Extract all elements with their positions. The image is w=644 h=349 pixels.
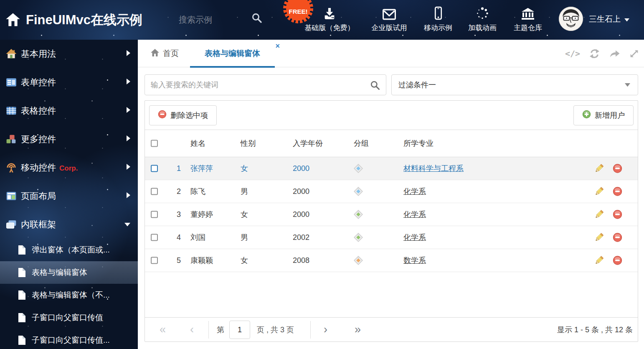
major-link[interactable]: 数学系	[403, 255, 426, 265]
sidebar-item-page-layout[interactable]: 页面布局	[0, 182, 138, 210]
table-row[interactable]: 3 董婷婷 女 2000 化学系	[145, 203, 638, 226]
sidebar-subitem-grid-edit-window-2[interactable]: 表格与编辑窗体（不...	[0, 284, 138, 306]
edit-icon[interactable]	[594, 210, 604, 219]
table-row[interactable]: 1 张萍萍 女 2000 材料科学与工程系	[145, 157, 638, 180]
sidebar-subitem-child-to-parent-2[interactable]: 子窗口向父窗口传值...	[0, 329, 138, 349]
major-link[interactable]: 化学系	[403, 209, 426, 219]
nav-label: 主题仓库	[514, 23, 542, 33]
user-name: 三生石上	[589, 14, 621, 25]
grid-toolbar: 删除选中项 新增用户	[145, 101, 638, 130]
select-all-checkbox[interactable]	[151, 140, 158, 147]
cell-gender: 女	[241, 163, 248, 173]
sidebar-item-form-controls[interactable]: 表单控件	[0, 68, 138, 97]
tab-home[interactable]: 首页	[150, 40, 179, 67]
cell-year: 2008	[293, 256, 309, 265]
download-icon	[323, 6, 337, 20]
tag-icon	[354, 187, 363, 196]
table-row[interactable]: 4 刘国 男 2002 化学系	[145, 226, 638, 249]
source-code-icon[interactable]: </>	[565, 48, 580, 59]
sidebar-item-label: 表格控件	[21, 105, 56, 117]
edit-icon[interactable]	[594, 164, 604, 173]
user-menu[interactable]: 三生石上	[589, 14, 629, 25]
header-nav-mobile-demos[interactable]: 移动示例	[424, 6, 452, 33]
header-nav-basic-edition[interactable]: 基础版（免费）	[305, 6, 355, 33]
sidebar-item-mobile-controls[interactable]: 移动控件Corp.	[0, 153, 138, 182]
row-checkbox[interactable]	[151, 257, 158, 264]
sidebar-subitem-label: 表格与编辑窗体（不...	[32, 290, 110, 301]
user-avatar[interactable]	[559, 7, 583, 31]
search-icon[interactable]	[370, 80, 380, 90]
delete-icon[interactable]	[613, 210, 622, 219]
close-icon[interactable]: ×	[275, 42, 280, 50]
sidebar-item-label: 更多控件	[21, 133, 56, 145]
expand-icon[interactable]	[629, 49, 639, 59]
nav-label: 企业版试用	[372, 23, 407, 33]
delete-selected-button[interactable]: 删除选中项	[149, 105, 217, 125]
column-header-year[interactable]: 入学年份	[293, 138, 323, 148]
table-icon	[6, 105, 17, 116]
corp-badge: Corp.	[59, 164, 78, 172]
edit-icon[interactable]	[594, 256, 604, 265]
row-index: 4	[169, 233, 181, 242]
column-header-group[interactable]: 分组	[354, 138, 369, 148]
tag-icon	[354, 164, 363, 173]
major-link[interactable]: 材料科学与工程系	[403, 163, 464, 173]
delete-icon[interactable]	[613, 256, 622, 265]
sidebar-item-more-controls[interactable]: 更多控件	[0, 125, 138, 153]
cell-name: 董婷婷	[190, 209, 213, 219]
cell-gender: 男	[241, 186, 248, 196]
tab-toolbar: </>	[565, 40, 639, 67]
header-search-input[interactable]	[179, 12, 245, 28]
tab-grid-edit-window[interactable]: 表格与编辑窗体 ×	[190, 40, 275, 67]
column-header-major[interactable]: 所学专业	[403, 138, 434, 148]
edit-icon[interactable]	[594, 233, 604, 242]
add-user-button[interactable]: 新增用户	[573, 105, 634, 125]
sidebar-subitem-popup-window[interactable]: 弹出窗体（本页面或...	[0, 239, 138, 261]
first-page-button[interactable]: «	[160, 318, 166, 342]
header-nav-theme-repository[interactable]: 主题仓库	[514, 6, 542, 33]
file-icon	[18, 335, 26, 345]
header-nav-enterprise-trial[interactable]: 企业版试用	[372, 6, 407, 33]
header-nav-loading-animations[interactable]: 加载动画	[468, 6, 497, 33]
cell-gender: 女	[241, 209, 248, 219]
column-header-name[interactable]: 姓名	[190, 138, 205, 148]
column-header-gender[interactable]: 性别	[241, 138, 256, 148]
sidebar-subitem-child-to-parent[interactable]: 子窗口向父窗口传值	[0, 306, 138, 329]
table-row[interactable]: 2 陈飞 男 2000 化学系	[145, 180, 638, 203]
search-icon[interactable]	[251, 13, 262, 23]
page-number-input[interactable]	[229, 321, 250, 339]
share-icon[interactable]	[609, 48, 620, 59]
pagination-bar: « ‹ 第 页 , 共 3 页 › » 显示 1 - 5 条 , 共 12 条	[145, 317, 638, 341]
row-checkbox[interactable]	[151, 188, 158, 195]
major-link[interactable]: 化学系	[403, 186, 426, 196]
next-page-button[interactable]: ›	[324, 318, 327, 342]
prev-page-button[interactable]: ‹	[190, 318, 194, 342]
chevron-down-icon	[124, 221, 130, 228]
sidebar-item-basic-usage[interactable]: 基本用法	[0, 40, 138, 68]
delete-icon[interactable]	[613, 233, 622, 242]
sidebar-item-grid-controls[interactable]: 表格控件	[0, 97, 138, 125]
last-page-button[interactable]: »	[355, 318, 361, 342]
delete-icon[interactable]	[613, 187, 622, 196]
edit-icon[interactable]	[594, 187, 604, 196]
filter-dropdown[interactable]: 过滤条件一	[391, 74, 638, 95]
sidebar-subitem-grid-edit-window[interactable]: 表格与编辑窗体	[0, 261, 138, 284]
house-icon	[6, 48, 17, 59]
bank-icon	[521, 6, 535, 20]
home-icon[interactable]	[5, 12, 21, 28]
row-checkbox[interactable]	[151, 211, 158, 218]
sidebar-subitem-label: 弹出窗体（本页面或...	[32, 245, 110, 255]
delete-icon[interactable]	[613, 164, 622, 173]
row-checkbox[interactable]	[151, 165, 158, 172]
chevron-right-icon	[127, 192, 130, 200]
keyword-search-input[interactable]	[151, 76, 364, 93]
sidebar-item-iframe[interactable]: 内联框架	[0, 210, 138, 239]
refresh-icon[interactable]	[589, 48, 600, 59]
nav-label: 移动示例	[424, 23, 452, 33]
main-content: 首页 表格与编辑窗体 × </>	[138, 40, 644, 349]
row-checkbox[interactable]	[151, 234, 158, 241]
chevron-right-icon	[127, 79, 130, 86]
mobile-icon	[434, 6, 443, 20]
table-row[interactable]: 5 康颖颖 女 2008 数学系	[145, 249, 638, 272]
major-link[interactable]: 化学系	[403, 232, 426, 242]
